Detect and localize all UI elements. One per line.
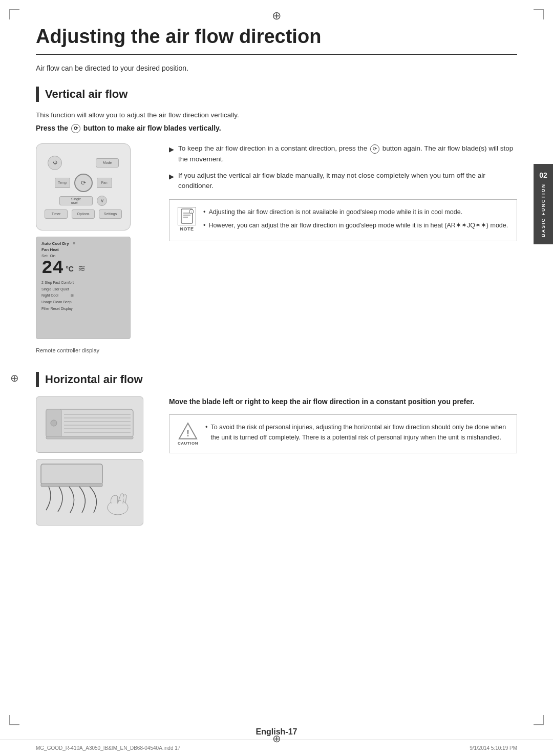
flow-btn: ⟳ [74,174,93,192]
caution-label: CAUTION [178,441,198,446]
mode-btn: Mode [96,158,119,167]
remote-col: ⏻ Mode Temp ⟳ Fan [36,143,154,353]
corner-mark-tr [534,9,544,19]
bullet-item-2: ▶ If you adjust the vertical air flow bl… [169,171,517,192]
side-tab-number: 02 [539,171,547,179]
horizontal-desc: Move the blade left or right to keep the… [169,396,517,407]
svg-point-15 [51,420,57,426]
display-temp: 24 °C ≋ [41,259,125,278]
caution-box: ! CAUTION To avoid the risk of personal … [169,414,517,453]
heading-bar [36,87,39,102]
single-user-btn: Singleuser [59,196,93,205]
power-btn: ⏻ [48,156,62,170]
arrow-icon-1: ▶ [169,144,174,155]
timer-btn: Timer [45,209,68,219]
remote-controller-image: ⏻ Mode Temp ⟳ Fan [36,143,131,230]
horizontal-section: Horizontal air flow [36,372,517,526]
horizontal-two-col: Move the blade left or right to keep the… [36,396,517,526]
ac-unit-top-image [36,396,143,453]
remote-row-2: Temp ⟳ Fan [55,174,112,192]
remote-caption: Remote controller display [36,347,99,353]
caution-triangle-icon: ! [178,422,198,440]
button-icon: ⟳ [71,124,80,133]
arrow-icon-2: ▶ [169,172,174,182]
settings-btn: Settings [99,209,122,219]
fan-icon: ≋ [78,263,86,274]
corner-mark-tl [9,9,19,19]
remote-row-1: ⏻ Mode [48,156,119,170]
footer-right: 9/1/2014 5:10:19 PM [470,745,517,751]
button-icon-inline: ⟳ [370,144,379,154]
note-list: Adjusting the air flow direction is not … [203,207,508,230]
footer-left: MG_GOOD_R-410A_A3050_IB&IM_EN_DB68-04540… [36,745,180,751]
caution-list: To avoid the risk of personal injuries, … [205,422,508,443]
bullet-text-1: To keep the air flow direction in a cons… [178,143,517,164]
bottom-compass-icon: ⊕ [272,732,281,745]
note-item-2: However, you can adjust the air flow dir… [203,220,508,230]
ac-unit-top-svg [41,402,138,448]
note-item-1: Adjusting the air flow direction is not … [203,207,508,217]
ac-images [36,396,154,526]
ac-unit-col [36,396,154,526]
page: ⊕ ⊕ 02 BASIC FUNCTION Adjusting the air … [0,0,553,756]
ac-blade-image [36,459,143,526]
horizontal-heading-bar [36,372,39,387]
bullet-item-1: ▶ To keep the air flow direction in a co… [169,143,517,164]
horizontal-section-heading: Horizontal air flow [36,372,517,387]
display-image: Auto Cool Dry ≡ Fan Heat Set On 24 ° [36,237,131,339]
vertical-bullets: ▶ To keep the air flow direction in a co… [169,143,517,191]
corner-mark-br [534,715,544,725]
vertical-right-col: ▶ To keep the air flow direction in a co… [169,143,517,353]
note-doc-icon: i [178,207,196,225]
down-btn: ∨ [97,196,107,206]
svg-text:i: i [191,211,192,214]
top-compass-icon: ⊕ [272,9,281,23]
display-modes: Auto Cool Dry ≡ [41,241,125,246]
ac-blade-svg [38,461,141,523]
vertical-desc: This function will allow you to adjust t… [36,111,517,119]
remote-row-4: Timer Options Settings [45,209,122,219]
press-button-text: Press the ⟳ button to make air flow blad… [36,124,517,133]
display-modes2: Fan Heat [41,247,125,252]
remote-row-3: Singleuser ∨ [59,196,107,206]
caution-item-1: To avoid the risk of personal injuries, … [205,422,508,443]
display-bottom: 2-Step Fast Comfort Single user Quiet Ni… [41,280,125,312]
side-tab: 02 BASIC FUNCTION [534,164,553,244]
svg-rect-14 [46,436,133,439]
left-compass-icon: ⊕ [10,372,19,384]
page-subtitle: Air flow can be directed to your desired… [36,64,517,72]
page-title: Adjusting the air flow direction [36,26,517,55]
svg-rect-16 [41,464,102,485]
vertical-two-col: ⏻ Mode Temp ⟳ Fan [36,143,517,353]
note-box: i NOTE Adjusting the air flow direction … [169,199,517,241]
fan-btn: Fan [97,178,112,188]
main-content: Adjusting the air flow direction Air flo… [0,0,553,722]
bullet-text-2: If you adjust the vertical air flow blad… [178,171,517,192]
note-content: Adjusting the air flow direction is not … [203,207,508,234]
horizontal-right-col: Move the blade left or right to keep the… [169,396,517,526]
degree-symbol: °C [66,265,74,273]
remote-inner: ⏻ Mode Temp ⟳ Fan [42,149,124,225]
note-label: NOTE [180,226,194,232]
vertical-heading-text: Vertical air flow [45,88,127,101]
svg-rect-17 [41,484,102,487]
corner-mark-bl [9,715,19,725]
horizontal-heading-text: Horizontal air flow [45,373,143,386]
caution-icon-area: ! CAUTION [178,422,198,446]
remote-images: ⏻ Mode Temp ⟳ Fan [36,143,154,353]
side-tab-text: BASIC FUNCTION [541,183,546,237]
temp-btn: Temp [55,178,70,188]
caution-content: To avoid the risk of personal injuries, … [205,422,508,443]
svg-text:!: ! [186,429,189,438]
note-icon-area: i NOTE [178,207,196,232]
options-btn: Options [72,209,95,219]
vertical-section-heading: Vertical air flow [36,87,517,102]
